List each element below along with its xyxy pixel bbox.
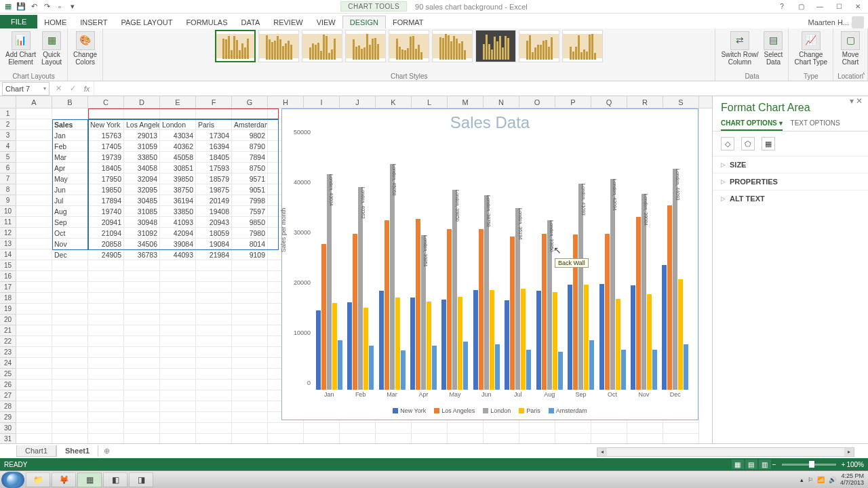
cell[interactable]: 16394 [196,141,232,152]
cell[interactable] [124,108,160,119]
cell[interactable] [16,249,52,260]
chart-style-thumb[interactable] [432,30,473,62]
legend-item[interactable]: Los Angeles [434,407,475,414]
cell[interactable]: 32094 [124,174,160,184]
bar[interactable] [536,291,541,390]
cell[interactable] [196,282,232,293]
cell[interactable] [232,369,268,380]
sheet-tab[interactable]: Sheet1 [56,445,98,457]
bar[interactable] [558,352,563,390]
bar[interactable] [432,346,437,390]
legend-item[interactable]: London [483,407,511,414]
cell[interactable] [88,412,124,423]
cell[interactable] [663,423,699,434]
cell[interactable] [124,347,160,358]
cell[interactable] [124,369,160,380]
cell[interactable] [232,260,268,271]
cell[interactable]: 42094 [160,228,196,239]
cell[interactable] [16,401,52,412]
bar[interactable] [652,350,657,390]
bar[interactable] [463,342,468,390]
bar-group[interactable]: London, 39850 [439,139,471,390]
row-header[interactable]: 24 [0,358,16,369]
cell[interactable] [196,304,232,314]
cell[interactable]: 19408 [196,206,232,217]
cell[interactable]: 41093 [160,217,196,228]
cell[interactable]: 17304 [196,130,232,141]
cell[interactable]: 8014 [232,239,268,249]
worksheet-grid[interactable]: ABCDEFGHIJKLMNOPQRS 12SalesNew YorkLos A… [0,96,712,443]
zoom-in-icon[interactable]: + [842,461,846,468]
cell[interactable]: 19850 [88,184,124,195]
row-header[interactable]: 22 [0,336,16,347]
cell[interactable]: Amsterdam [232,119,268,130]
cell[interactable] [160,108,196,119]
cell[interactable] [124,401,160,412]
row-header[interactable]: 1 [0,108,16,119]
cell[interactable] [88,282,124,293]
cell[interactable]: 15763 [88,130,124,141]
cell[interactable]: 32095 [124,184,160,195]
row-header[interactable]: 15 [0,260,16,271]
bar[interactable] [395,298,400,390]
cell[interactable]: 18579 [196,174,232,184]
cell[interactable] [196,390,232,401]
column-header[interactable]: M [448,96,484,108]
cell[interactable] [16,293,52,304]
normal-view-icon[interactable]: ▦ [732,460,744,469]
row-header[interactable]: 10 [0,206,16,217]
bar[interactable] [363,308,368,390]
cell[interactable] [196,423,232,434]
cell[interactable] [232,271,268,282]
bar[interactable] [379,291,384,390]
cell[interactable] [124,380,160,390]
cell[interactable]: Paris [196,119,232,130]
chart-style-thumb[interactable] [475,30,516,62]
column-header[interactable]: E [160,96,196,108]
cell[interactable] [16,239,52,249]
cell[interactable] [124,336,160,347]
cell[interactable]: Nov [52,239,88,249]
cell[interactable] [52,423,88,434]
legend-item[interactable]: Amsterdam [549,407,587,414]
column-header[interactable]: D [124,96,160,108]
cell[interactable] [52,358,88,369]
row-header[interactable]: 28 [0,401,16,412]
user-avatar-icon[interactable] [852,16,864,28]
cell[interactable]: 17950 [88,174,124,184]
redo-icon[interactable]: ↷ [41,1,52,12]
bar[interactable] [684,344,688,390]
cell[interactable] [16,369,52,380]
collapse-ribbon-icon[interactable]: ˄ [862,72,865,79]
quick-layout-button[interactable]: ▦Quick Layout [40,30,63,67]
cell[interactable]: 31085 [124,206,160,217]
cell[interactable] [52,434,88,443]
tray-expand-icon[interactable]: ▴ [800,476,804,483]
bar[interactable] [505,300,509,390]
text-options-tab[interactable]: TEXT OPTIONS [791,117,840,131]
row-header[interactable]: 3 [0,130,16,141]
cell[interactable] [340,434,376,443]
bar[interactable] [332,303,337,390]
page-break-view-icon[interactable]: ▥ [759,460,771,469]
ribbon-tab-view[interactable]: VIEW [310,16,342,28]
ribbon-tab-insert[interactable]: INSERT [73,16,114,28]
cell[interactable]: 30851 [160,163,196,174]
cell[interactable]: 18405 [196,152,232,163]
bar[interactable] [490,290,494,390]
bar-group[interactable]: London, 36194 [502,139,534,390]
bar[interactable]: London, 43034 [327,174,332,390]
cell[interactable] [376,423,412,434]
ribbon-tab-format[interactable]: FORMAT [386,16,431,28]
column-header[interactable]: P [555,96,591,108]
cell[interactable] [232,412,268,423]
cell[interactable] [88,108,124,119]
cell[interactable] [232,336,268,347]
cell[interactable] [627,423,663,434]
row-header[interactable]: 31 [0,434,16,443]
column-header[interactable]: F [196,96,232,108]
cell[interactable] [196,369,232,380]
cell[interactable] [52,401,88,412]
bar[interactable] [589,340,594,390]
add-sheet-button[interactable]: ⊕ [98,445,115,457]
